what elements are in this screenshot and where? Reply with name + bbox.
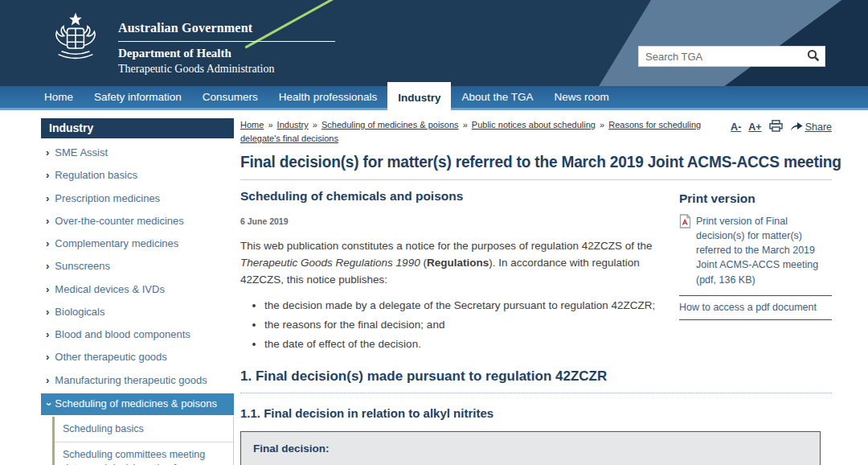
content: Industry ›SME Assist ›Regulation basics … [0,110,868,465]
nav-item-health-professionals[interactable]: Health professionals [268,86,387,108]
nav-item-about-the-tga[interactable]: About the TGA [451,86,543,108]
notice-bullet-list: the decision made by a delegate of the S… [264,299,666,350]
search-button[interactable] [802,47,825,66]
share-label: Share [805,121,832,133]
breadcrumb-separator: » [461,120,469,130]
sidebar-item-sme-assist[interactable]: ›SME Assist [41,142,234,164]
sidebar-item-regulation-basics[interactable]: ›Regulation basics [41,164,234,187]
breadcrumb: Home » Industry » Scheduling of medicine… [240,118,702,146]
print-button[interactable] [769,120,783,134]
final-decision-box-heading: Final decision: [253,442,808,455]
pdf-download-link[interactable]: Print version of Final decision(s) for m… [696,214,832,287]
section-1-heading: 1. Final decision(s) made pursuant to re… [240,357,832,393]
regulations-bold: Regulations [427,257,489,269]
breadcrumb-industry[interactable]: Industry [277,120,309,130]
section-1-1-heading: 1.1. Final decision in relation to alkyl… [240,406,832,420]
logo-line-department: Department of Health [118,47,335,60]
agency-logo[interactable]: Australian Government Department of Heal… [44,7,335,76]
intro-paragraph: This web publication constitutes a notic… [240,238,666,289]
nav-item-consumers[interactable]: Consumers [192,86,268,108]
chevron-right-icon: › [46,260,49,273]
page: Australian Government Department of Heal… [0,0,868,465]
breadcrumb-separator: » [266,120,274,130]
chevron-down-icon: › [42,402,55,405]
chevron-right-icon: › [46,169,49,182]
howto-row: How to access a pdf document [679,296,832,320]
regulations-title-italic: Therapeutic Goods Regulations 1990 [240,257,420,269]
search-box [638,46,825,67]
topbar: Home » Industry » Scheduling of medicine… [240,118,832,146]
share-button[interactable]: Share [790,121,832,134]
chevron-right-icon: › [46,351,49,364]
sidebar: Industry ›SME Assist ›Regulation basics … [41,118,234,465]
print-version-heading: Print version [679,191,832,206]
nav-item-news-room[interactable]: News room [544,86,620,108]
submenu-item-committees-meeting-dates[interactable]: Scheduling committees meeting dates and … [55,442,233,465]
search-input[interactable] [639,51,802,63]
share-icon [790,121,803,134]
title-divider [240,179,832,180]
font-decrease-button[interactable]: A- [731,121,741,133]
sidebar-submenu: Scheduling basics Scheduling committees … [52,417,234,465]
page-tools: A- A+ [731,118,832,134]
chevron-right-icon: › [46,328,49,341]
printer-icon [769,120,783,134]
publication-date: 6 June 2019 [240,216,666,226]
final-decision-box: Final decision: Pursuant to regulation 4… [240,431,821,465]
nav-item-safety-information[interactable]: Safety information [84,86,192,108]
chevron-right-icon: › [46,192,49,205]
breadcrumb-separator: » [598,120,606,130]
sidebar-list: ›SME Assist ›Regulation basics ›Prescrip… [41,138,234,415]
logo-text: Australian Government Department of Heal… [118,7,335,76]
sidebar-item-prescription-medicines[interactable]: ›Prescription medicines [41,187,234,210]
breadcrumb-scheduling[interactable]: Scheduling of medicines & poisons [321,120,459,130]
pdf-file-icon [679,214,691,287]
search-icon [807,49,820,64]
site-header: Australian Government Department of Heal… [0,0,868,86]
sidebar-item-other-therapeutic-goods[interactable]: ›Other therapeutic goods [41,346,234,368]
main-area: Home » Industry » Scheduling of medicine… [240,118,832,465]
bullet-item: the date of effect of the decision. [264,338,666,350]
sidebar-item-blood-components[interactable]: ›Blood and blood components [41,323,234,346]
sidebar-title: Industry [41,118,234,138]
sidebar-item-medical-devices-ivds[interactable]: ›Medical devices & IVDs [41,278,234,301]
sidebar-item-manufacturing[interactable]: ›Manufacturing therapeutic goods [41,369,234,392]
nav-item-industry[interactable]: Industry [387,82,451,110]
sidebar-item-otc-medicines[interactable]: ›Over-the-counter medicines [41,210,234,232]
bullet-item: the decision made by a delegate of the S… [264,299,666,311]
nav-item-home[interactable]: Home [34,86,84,108]
breadcrumb-public-notices[interactable]: Public notices about scheduling [472,120,596,130]
main-nav: Home Safety information Consumers Health… [0,86,868,108]
logo-line-tga: Therapeutic Goods Administration [118,63,335,76]
submenu-item-scheduling-basics[interactable]: Scheduling basics [55,417,233,442]
sidebar-item-sunscreens[interactable]: ›Sunscreens [41,255,234,278]
bullet-item: the reasons for the final decision; and [264,319,666,331]
sidebar-item-biologicals[interactable]: ›Biologicals [41,301,234,323]
section-heading: Scheduling of chemicals and poisons [240,189,666,204]
pdf-howto-link[interactable]: How to access a pdf document [679,296,832,320]
chevron-right-icon: › [46,283,49,296]
page-title: Final decision(s) for matter(s) referred… [240,153,805,171]
breadcrumb-home[interactable]: Home [240,120,264,130]
logo-line-government: Australian Government [118,21,335,42]
chevron-right-icon: › [46,374,49,387]
font-increase-button[interactable]: A+ [748,121,761,133]
sidebar-item-complementary-medicines[interactable]: ›Complementary medicines [41,232,234,255]
breadcrumb-current-page[interactable]: Reasons for scheduling delegate's final … [240,120,701,143]
chevron-right-icon: › [46,237,49,250]
chevron-right-icon: › [46,306,49,319]
chevron-right-icon: › [46,146,49,159]
sidebar-item-scheduling-medicines-poisons[interactable]: ›Scheduling of medicines & poisons [41,393,234,415]
chevron-right-icon: › [46,215,49,228]
coat-of-arms-icon [44,7,107,72]
article-column: Scheduling of chemicals and poisons 6 Ju… [240,189,666,357]
pdf-link-row: Print version of Final decision(s) for m… [679,214,832,296]
breadcrumb-separator: » [311,120,319,130]
columns: Scheduling of chemicals and poisons 6 Ju… [240,189,832,357]
print-version-panel: Print version Print version of Final dec… [679,189,832,357]
